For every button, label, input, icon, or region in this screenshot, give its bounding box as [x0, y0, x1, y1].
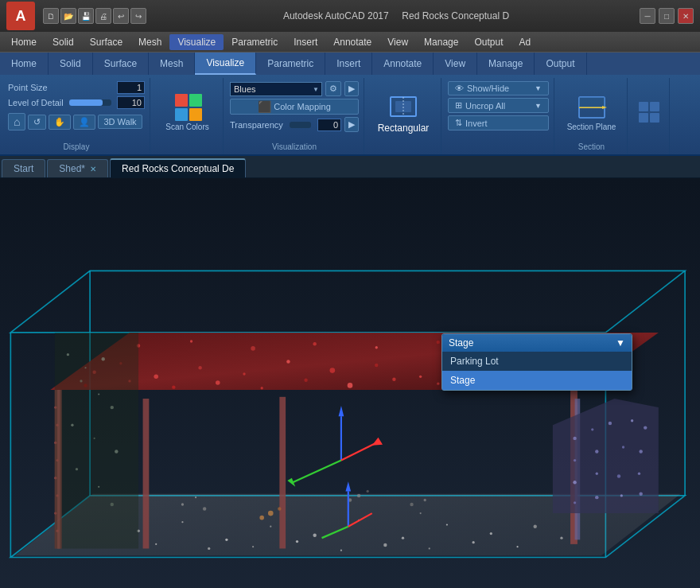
tab-start-label: Start — [14, 163, 33, 174]
menu-parametric[interactable]: Parametric — [224, 34, 286, 50]
save-btn[interactable]: 💾 — [78, 8, 94, 24]
svg-point-132 — [639, 493, 642, 496]
menu-home[interactable]: Home — [3, 34, 45, 50]
svg-point-59 — [313, 342, 316, 345]
section-dropdown[interactable]: Stage ▼ Parking Lot Stage — [441, 333, 632, 391]
nav-buttons: ⌂ ↺ ✋ 👤 3D Walk — [8, 113, 145, 130]
group-display: Point Size Level of Detail ⌂ ↺ ✋ 👤 — [3, 78, 150, 154]
tab-shed[interactable]: Shed* ✕ — [47, 159, 108, 177]
dropdown-option-stage[interactable]: Stage — [442, 371, 632, 390]
menu-output[interactable]: Output — [466, 34, 511, 50]
redo-btn[interactable]: ↪ — [130, 8, 146, 24]
menu-annotate[interactable]: Annotate — [325, 34, 379, 50]
transparency-more-btn[interactable]: ▶ — [344, 117, 359, 132]
svg-point-30 — [446, 524, 448, 525]
tab-shed-close[interactable]: ✕ — [90, 165, 96, 173]
show-hide-btn[interactable]: 👁 Show/Hide ▼ — [448, 81, 549, 95]
svg-rect-3 — [189, 108, 202, 121]
svg-point-35 — [252, 546, 254, 547]
rectangular-button[interactable]: Rectangular — [371, 81, 436, 142]
group-more: _ — [629, 78, 670, 154]
scan-colors-button[interactable]: Scan Colors — [162, 89, 212, 134]
menu-visualize[interactable]: Visualize — [169, 34, 224, 50]
tab-solid[interactable]: Solid — [49, 53, 93, 75]
invert-btn[interactable]: ⇅ Invert — [448, 115, 549, 130]
viz-settings-btn[interactable]: ⚙ — [325, 81, 341, 96]
invert-icon: ⇅ — [455, 118, 462, 128]
color-scheme-select[interactable]: Blues Reds Greens — [230, 82, 322, 96]
group-scan-colors: Scan Colors _ — [152, 78, 224, 154]
svg-point-117 — [591, 428, 593, 430]
uncrop-all-btn[interactable]: ⊞ Uncrop All ▼ — [448, 98, 549, 113]
orbit-btn[interactable]: ↺ — [28, 115, 46, 130]
svg-point-125 — [573, 481, 576, 484]
svg-point-47 — [198, 366, 201, 369]
color-scheme-wrapper[interactable]: Blues Reds Greens — [230, 82, 322, 96]
dropdown-header[interactable]: Stage ▼ — [442, 334, 632, 352]
menu-surface[interactable]: Surface — [82, 34, 130, 50]
viewport[interactable]: [-][Custom View][Current] — [0, 178, 700, 588]
svg-point-66 — [172, 385, 175, 388]
color-mapping-btn[interactable]: ⬛ Color Mapping — [230, 99, 359, 115]
svg-point-70 — [348, 383, 353, 388]
tab-start[interactable]: Start — [2, 159, 45, 177]
showhide-content: 👁 Show/Hide ▼ ⊞ Uncrop All ▼ ⇅ Invert — [448, 78, 549, 142]
svg-point-105 — [259, 516, 264, 520]
walk-btn[interactable]: 👤 — [73, 115, 95, 130]
uncrop-all-label: Uncrop All — [465, 101, 505, 111]
tab-annotate[interactable]: Annotate — [372, 53, 434, 75]
dropdown-option-parking[interactable]: Parking Lot — [442, 352, 632, 371]
tab-view[interactable]: View — [434, 53, 477, 75]
rect-content: Rectangular — [371, 78, 436, 142]
lod-input[interactable] — [117, 96, 145, 109]
svg-point-104 — [278, 507, 281, 510]
menu-mesh[interactable]: Mesh — [130, 34, 169, 50]
svg-rect-1 — [189, 94, 202, 107]
tab-surface[interactable]: Surface — [93, 53, 149, 75]
tab-insert[interactable]: Insert — [325, 53, 372, 75]
new-btn[interactable]: 🗋 — [43, 8, 59, 24]
tab-shed-label: Shed* — [59, 163, 85, 174]
uncrop-icon: ⊞ — [455, 100, 462, 111]
undo-btn[interactable]: ↩ — [113, 8, 129, 24]
tab-mesh[interactable]: Mesh — [149, 53, 195, 75]
menu-solid[interactable]: Solid — [45, 34, 82, 50]
close-btn[interactable]: ✕ — [678, 8, 694, 24]
invert-label: Invert — [465, 119, 488, 128]
transparency-input[interactable] — [317, 119, 341, 131]
tab-visualize[interactable]: Visualize — [195, 53, 256, 75]
tab-home[interactable]: Home — [0, 53, 49, 75]
dropdown-arrow-icon: ▼ — [616, 337, 625, 349]
svg-rect-12 — [650, 102, 659, 111]
section-plane-btn[interactable]: Section Plane — [564, 89, 620, 134]
menu-view[interactable]: View — [379, 34, 416, 50]
menu-ad[interactable]: Ad — [511, 34, 539, 50]
svg-point-93 — [101, 357, 104, 360]
tab-red-rocks[interactable]: Red Rocks Conceptual De — [110, 158, 246, 177]
print-btn[interactable]: 🖨 — [95, 8, 111, 24]
home-nav-btn[interactable]: ⌂ — [8, 113, 25, 130]
open-btn[interactable]: 📂 — [60, 8, 76, 24]
scan-colors-label: Scan Colors — [165, 123, 208, 131]
tab-parametric[interactable]: Parametric — [256, 53, 325, 75]
3dwalk-btn[interactable]: 3D Walk — [98, 115, 142, 129]
section-group-label: Section — [578, 142, 605, 153]
svg-point-31 — [490, 532, 492, 535]
menu-manage[interactable]: Manage — [416, 34, 466, 50]
tab-output[interactable]: Output — [535, 53, 586, 75]
tab-manage[interactable]: Manage — [477, 53, 535, 75]
svg-point-24 — [181, 521, 183, 523]
maximize-btn[interactable]: □ — [659, 8, 675, 24]
svg-point-106 — [357, 494, 360, 497]
pan-btn[interactable]: ✋ — [49, 115, 71, 130]
tab-red-rocks-label: Red Rocks Conceptual De — [122, 163, 234, 174]
svg-point-26 — [270, 526, 271, 528]
point-size-input[interactable] — [117, 81, 145, 94]
svg-point-67 — [216, 380, 220, 385]
minimize-btn[interactable]: ─ — [640, 8, 655, 24]
more-options-btn[interactable] — [634, 97, 664, 127]
color-mapping-label: Color Mapping — [274, 102, 331, 111]
menu-insert[interactable]: Insert — [286, 34, 325, 50]
viz-more-btn[interactable]: ▶ — [344, 81, 359, 96]
svg-point-69 — [304, 379, 307, 382]
